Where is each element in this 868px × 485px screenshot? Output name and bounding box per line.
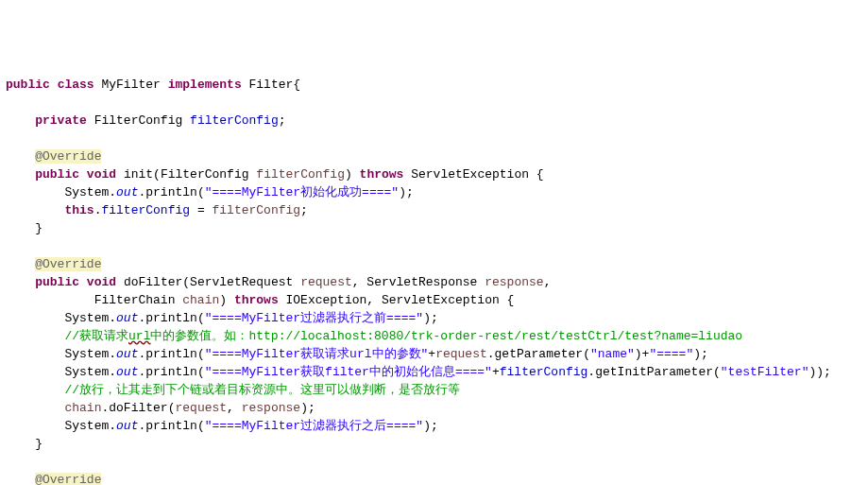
param: request [435, 347, 487, 361]
kw-public: public [35, 275, 79, 289]
system: System [64, 347, 109, 361]
annotation-override: @Override [35, 149, 101, 164]
kw-class: class [58, 78, 94, 92]
type: FilterConfig [94, 113, 183, 128]
kw-throws: throws [360, 167, 404, 182]
param: chain [64, 401, 101, 415]
param: request [175, 401, 227, 415]
param: response [242, 401, 300, 415]
param: filterConfig [212, 203, 300, 217]
string-literal: "====MyFilter过滤器执行之前====" [205, 311, 423, 325]
system: System [64, 419, 109, 433]
type: FilterChain [94, 293, 176, 307]
system: System [64, 311, 109, 325]
kw-void: void [87, 275, 116, 289]
kw-implements: implements [168, 78, 242, 92]
method-call: getParameter [495, 347, 584, 361]
type: ServletResponse [366, 275, 477, 289]
println: println [145, 185, 197, 199]
interface-name: Filter [249, 78, 294, 92]
annotation-override: @Override [35, 473, 101, 485]
println: println [145, 311, 197, 325]
out: out [116, 419, 138, 433]
type: FilterConfig [161, 167, 249, 182]
kw-void: void [87, 167, 116, 182]
method-call: getInitParameter [595, 365, 713, 379]
kw-this: this [64, 203, 94, 217]
param: chain [182, 293, 219, 307]
comment: //获取请求url中的参数值。如：http://localhost:8080/t… [64, 329, 742, 343]
string-literal: "====MyFilter初始化成功====" [205, 185, 399, 199]
field: filterConfig [500, 365, 588, 379]
field: filterConfig [101, 203, 190, 217]
exception: IOException [286, 293, 367, 307]
comment: //放行，让其走到下个链或着目标资源中。这里可以做判断，是否放行等 [64, 383, 460, 397]
param: filterConfig [256, 167, 345, 182]
kw-private: private [35, 113, 87, 128]
string-literal: "name" [590, 347, 635, 361]
string-literal: "====" [649, 347, 693, 361]
method-dofilter: doFilter [124, 275, 182, 289]
param: request [300, 275, 352, 289]
param: response [485, 275, 543, 289]
annotation-override: @Override [35, 257, 101, 271]
string-literal: "====MyFilter获取filter中的初始化信息====" [205, 365, 492, 379]
field: filterConfig [190, 113, 279, 128]
println: println [145, 365, 197, 379]
spellcheck-warning: url [128, 329, 150, 343]
string-literal: "====MyFilter过滤器执行之后====" [205, 419, 423, 433]
system: System [64, 185, 109, 199]
class-name: MyFilter [101, 78, 160, 92]
out: out [116, 311, 138, 325]
method-init: init [124, 167, 153, 182]
println: println [145, 419, 197, 433]
kw-public: public [6, 78, 50, 92]
out: out [116, 185, 138, 199]
out: out [116, 365, 138, 379]
exception: ServletException [411, 167, 529, 182]
system: System [64, 365, 109, 379]
kw-public: public [35, 167, 79, 182]
method-call: doFilter [109, 401, 167, 415]
kw-throws: throws [234, 293, 279, 307]
code-block: public class MyFilter implements Filter{… [6, 76, 862, 485]
println: println [145, 347, 197, 361]
string-literal: "testFilter" [721, 365, 809, 379]
out: out [116, 347, 138, 361]
exception: ServletException [382, 293, 500, 307]
type: ServletRequest [190, 275, 293, 289]
string-literal: "====MyFilter获取请求url中的参数" [205, 347, 429, 361]
